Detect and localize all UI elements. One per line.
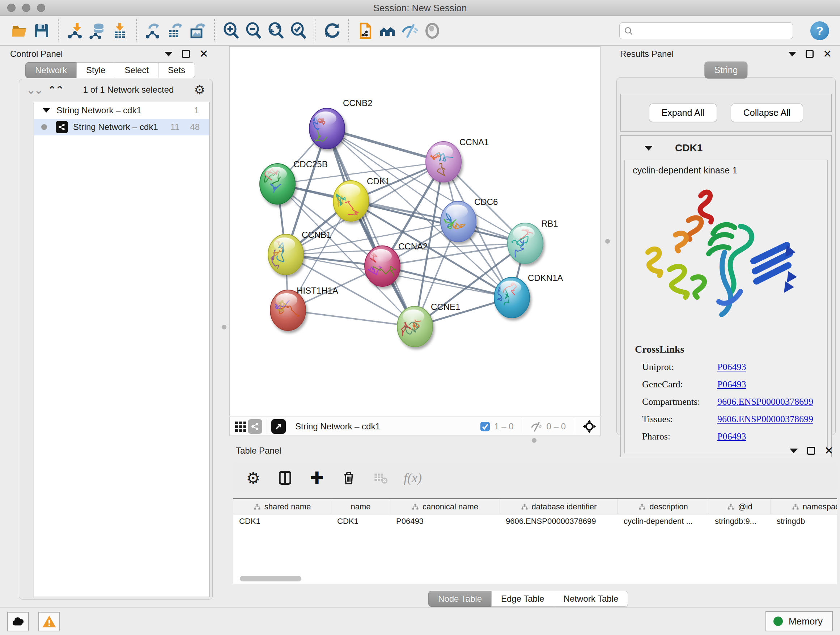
crosslink-link[interactable]: 9606.ENSP00000378699: [717, 414, 813, 424]
results-menu-icon[interactable]: [788, 52, 796, 57]
column-header-description[interactable]: description: [618, 499, 709, 514]
panel-float-icon[interactable]: [182, 50, 190, 58]
network-node-CDKN1A[interactable]: CDKN1A: [494, 273, 563, 318]
table-cell[interactable]: P06493: [390, 515, 500, 529]
export-network-button[interactable]: [142, 19, 164, 42]
save-button[interactable]: [30, 19, 53, 42]
export-image-button[interactable]: [187, 19, 209, 42]
selected-count-checkbox-icon[interactable]: [480, 421, 491, 432]
show-columns-icon[interactable]: [276, 469, 294, 486]
zoom-fit-button[interactable]: [265, 19, 287, 42]
right-splitter-handle[interactable]: [605, 239, 610, 244]
network-collection-row[interactable]: String Network – cdk1 1: [34, 102, 209, 119]
tab-string[interactable]: String: [704, 62, 747, 79]
collapse-gene-icon[interactable]: [645, 146, 653, 150]
collapse-all-networks-icon[interactable]: ⌃⌃: [47, 84, 63, 96]
network-row[interactable]: String Network – cdk1 11 48: [34, 119, 209, 135]
help-button[interactable]: ?: [810, 21, 829, 40]
node-label: CDKN1A: [528, 273, 563, 283]
table-panel: Table Panel ✕ ⚙ ✚: [233, 443, 837, 607]
close-window-button[interactable]: [7, 4, 16, 12]
table-horizontal-scrollbar[interactable]: [240, 576, 302, 581]
delete-column-trash-icon[interactable]: [340, 469, 357, 486]
column-header-namespace[interactable]: namespace: [771, 499, 837, 514]
table-float-icon[interactable]: [807, 447, 815, 455]
left-splitter-handle[interactable]: [222, 325, 226, 329]
memory-button[interactable]: Memory: [766, 611, 833, 631]
zoom-in-button[interactable]: [220, 19, 242, 42]
crosslink-link[interactable]: P06493: [717, 431, 746, 442]
network-edge[interactable]: [327, 128, 415, 326]
tab-edge-table[interactable]: Edge Table: [491, 591, 554, 607]
network-edge-count: 48: [180, 122, 203, 132]
fit-content-crosshair-icon[interactable]: [582, 419, 597, 434]
home-network-button[interactable]: [376, 19, 399, 42]
export-table-button[interactable]: [164, 19, 187, 42]
panel-close-icon[interactable]: ✕: [199, 50, 208, 58]
show-eye-button[interactable]: [421, 19, 444, 42]
network-node-CCNB2[interactable]: CCNB2: [309, 98, 372, 149]
network-options-gear-icon[interactable]: ⚙: [194, 82, 205, 97]
import-database-button[interactable]: [86, 19, 109, 42]
open-folder-button[interactable]: [8, 19, 30, 42]
minimize-window-button[interactable]: [22, 4, 30, 12]
tab-network[interactable]: Network: [25, 62, 77, 78]
collapse-collection-icon[interactable]: [43, 108, 50, 112]
open-in-window-icon[interactable]: [271, 419, 286, 434]
refresh-button[interactable]: [321, 19, 343, 42]
network-node-RB1[interactable]: RB1: [508, 219, 558, 264]
zoom-selected-button[interactable]: [287, 19, 309, 42]
gene-section-header[interactable]: CDK1: [621, 136, 831, 160]
import-table-button[interactable]: [109, 19, 131, 42]
add-column-icon[interactable]: ✚: [308, 469, 325, 486]
network-node-HIST1H1A[interactable]: HIST1H1A: [270, 286, 338, 331]
table-menu-icon[interactable]: [790, 448, 798, 453]
table-cell[interactable]: CDK1: [332, 515, 390, 529]
table-cell[interactable]: stringdb:9...: [709, 515, 771, 529]
tab-style[interactable]: Style: [76, 62, 115, 78]
expand-all-networks-icon[interactable]: ⌄⌄: [27, 84, 42, 96]
table-cell[interactable]: 9606.ENSP00000378699: [500, 515, 618, 529]
network-node-CCNE1[interactable]: CCNE1: [397, 302, 460, 347]
panel-menu-icon[interactable]: [164, 52, 172, 57]
tab-node-table[interactable]: Node Table: [428, 591, 492, 607]
delete-table-icon[interactable]: [372, 469, 389, 486]
zoom-out-button[interactable]: [242, 19, 265, 42]
table-close-icon[interactable]: ✕: [824, 447, 834, 455]
crosslink-link[interactable]: 9606.ENSP00000378699: [717, 396, 813, 407]
table-row[interactable]: CDK1CDK1P064939606.ENSP00000378699cyclin…: [233, 515, 837, 529]
table-settings-gear-icon[interactable]: ⚙: [245, 469, 262, 486]
import-network-button[interactable]: [64, 19, 86, 42]
toolbar-separator: [315, 19, 316, 42]
bottom-splitter-handle[interactable]: [532, 438, 537, 443]
table-cell[interactable]: cyclin-dependent ...: [618, 515, 709, 529]
warnings-button[interactable]: [38, 612, 60, 631]
zoom-window-button[interactable]: [37, 4, 45, 12]
expand-all-button[interactable]: Expand All: [649, 103, 717, 122]
results-float-icon[interactable]: [806, 50, 813, 58]
birdseye-toggle-icon[interactable]: [248, 419, 262, 434]
cloud-tasks-button[interactable]: [7, 612, 29, 631]
grid-view-icon[interactable]: [233, 419, 248, 434]
column-header-database-identifier[interactable]: database identifier: [500, 499, 618, 514]
crosslink-link[interactable]: P06493: [717, 362, 746, 372]
crosslink-link[interactable]: P06493: [717, 379, 746, 390]
column-header-shared-name[interactable]: shared name: [233, 499, 332, 514]
crosslink-label: Compartments:: [642, 396, 717, 407]
results-close-icon[interactable]: ✕: [823, 50, 832, 58]
column-header--id[interactable]: @id: [709, 499, 771, 514]
tab-select[interactable]: Select: [115, 62, 158, 78]
collapse-all-button[interactable]: Collapse All: [731, 103, 804, 122]
table-cell[interactable]: stringdb: [771, 515, 837, 529]
hide-eye-button[interactable]: [399, 19, 421, 42]
tab-network-table[interactable]: Network Table: [554, 591, 628, 607]
tab-sets[interactable]: Sets: [158, 62, 195, 78]
column-header-name[interactable]: name: [332, 499, 390, 514]
string-document-button[interactable]: [354, 19, 376, 42]
function-builder-icon[interactable]: f(x): [404, 470, 422, 486]
search-input[interactable]: [619, 22, 793, 39]
column-header-canonical-name[interactable]: canonical name: [390, 499, 500, 514]
network-edge[interactable]: [288, 310, 415, 326]
table-cell[interactable]: CDK1: [233, 515, 332, 529]
network-canvas[interactable]: CCNB2CCNA1CDC25BCDK1CDC6RB1CCNB1CCNA2CDK…: [229, 46, 600, 416]
